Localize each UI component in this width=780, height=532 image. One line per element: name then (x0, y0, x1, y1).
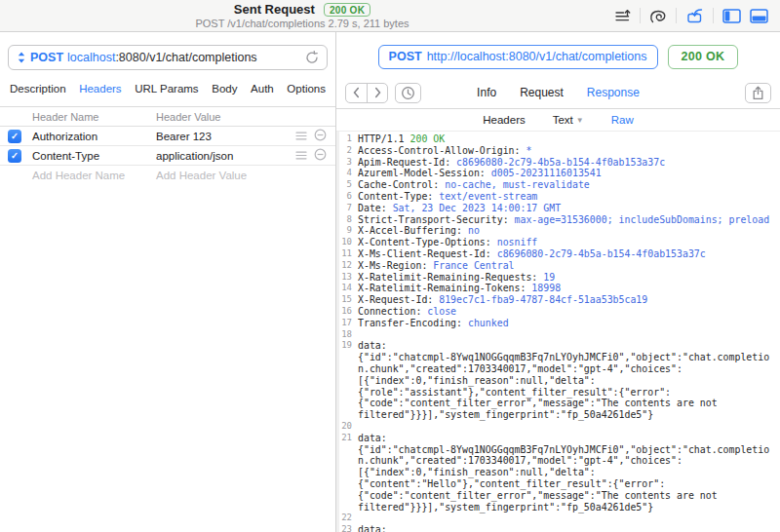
sort-lines-icon[interactable] (615, 10, 631, 22)
request-url-field[interactable]: POST localhost:8080/v1/chat/completions (8, 45, 328, 70)
request-tabs: DescriptionHeadersURL ParamsBodyAuthOpti… (0, 70, 335, 107)
code-line: filtered"}}}],"system_fingerprint":"fp_5… (339, 409, 780, 421)
code-line: 21data: (339, 433, 780, 444)
response-pane: POST http://localhost:8080/v1/chat/compl… (336, 32, 780, 532)
code-line: 9X-Accel-Buffering: no (339, 225, 780, 237)
header-value-cell[interactable]: application/json (156, 150, 295, 162)
line-number (339, 398, 358, 409)
request-summary: POST /v1/chat/completions 2.79 s, 211 by… (195, 18, 409, 29)
tab-description[interactable]: Description (10, 83, 66, 95)
line-number: 4 (339, 168, 358, 179)
remove-header-icon[interactable] (314, 148, 327, 163)
code-line: [{"index":0,"finish_reason":null,"delta"… (339, 375, 780, 387)
line-number: 14 (339, 283, 358, 294)
code-line: 19data: (339, 340, 780, 352)
response-tabs: InfoRequestResponse (477, 86, 640, 99)
share-button[interactable] (745, 83, 771, 103)
tab-auth[interactable]: Auth (251, 83, 274, 95)
sent-request-url-button[interactable]: POST http://localhost:8080/v1/chat/compl… (378, 45, 658, 69)
table-row: ✓AuthorizationBearer 123 (0, 127, 335, 146)
code-line: [{"index":0,"finish_reason":null,"delta"… (339, 467, 780, 478)
layout-left-panel-icon[interactable] (722, 9, 741, 23)
response-status-button[interactable]: 200 OK (668, 45, 739, 69)
layout-bottom-panel-icon[interactable] (750, 9, 768, 23)
code-line: 18 (339, 329, 780, 341)
line-number (339, 490, 358, 502)
line-number: 17 (339, 318, 358, 329)
code-line: 3Apim-Request-Id: c8696080-2c79-4b5a-b15… (339, 157, 780, 169)
header-enabled-checkbox[interactable]: ✓ (8, 149, 21, 163)
subtab-headers[interactable]: Headers (483, 114, 525, 126)
code-line: 11X-Ms-Client-Request-Id: c8696080-2c79-… (339, 248, 780, 260)
line-number: 22 (339, 513, 358, 524)
code-line: {"role":"assistant"},"content_filter_res… (339, 387, 780, 399)
header-table: ✓AuthorizationBearer 123✓Content-Typeapp… (0, 127, 335, 166)
response-subtabs: HeadersText▼Raw (336, 109, 780, 132)
reorder-icon[interactable] (295, 131, 307, 142)
line-number: 2 (339, 145, 358, 157)
toolbar-separator (640, 8, 641, 23)
header-table-columns: Header Name Header Value (0, 107, 335, 127)
resend-icon[interactable] (305, 51, 319, 64)
header-name-cell[interactable]: Authorization (32, 131, 156, 142)
code-line: 20 (339, 421, 780, 433)
lasso-icon[interactable] (649, 9, 667, 23)
back-button[interactable] (346, 84, 367, 102)
line-number (339, 409, 358, 421)
status-badge: 200 OK (324, 3, 370, 17)
forward-button[interactable] (367, 84, 387, 102)
line-number: 13 (339, 272, 358, 284)
code-line: 23data: (339, 524, 780, 532)
add-header-value-input[interactable]: Add Header Value (156, 170, 335, 181)
code-line: {"id":"chatcmpl-8Ywq1NOGGqqmB3Fq7nLYOyhJ… (339, 444, 780, 456)
header-value-cell[interactable]: Bearer 123 (156, 131, 295, 142)
code-line: {"content":"Hello"},"content_filter_resu… (339, 478, 780, 490)
response-raw-view[interactable]: 1HTTP/1.1 200 OK2Access-Control-Allow-Or… (336, 132, 780, 532)
remove-header-icon[interactable] (314, 129, 327, 143)
tab-url-params[interactable]: URL Params (135, 83, 198, 95)
subtab-raw[interactable]: Raw (611, 114, 634, 126)
tab-request[interactable]: Request (520, 86, 564, 99)
add-header-name-input[interactable]: Add Header Name (32, 170, 156, 181)
sent-request-url: http://localhost:8080/v1/chat/completion… (427, 50, 647, 63)
response-top-row: POST http://localhost:8080/v1/chat/compl… (336, 32, 780, 77)
response-nav-row: InfoRequestResponse (336, 77, 780, 109)
code-line: 22 (339, 513, 780, 524)
sent-request-method: POST (389, 50, 422, 63)
code-line: 6Content-Type: text/event-stream (339, 191, 780, 203)
history-nav-group (345, 83, 388, 103)
tab-body[interactable]: Body (212, 83, 237, 95)
tab-options[interactable]: Options (287, 83, 326, 95)
request-method[interactable]: POST (30, 51, 63, 64)
subtab-text[interactable]: Text▼ (553, 114, 584, 126)
code-line: 7Date: Sat, 23 Dec 2023 14:00:17 GMT (339, 203, 780, 214)
import-response-icon[interactable] (685, 8, 704, 23)
tab-info[interactable]: Info (477, 86, 496, 99)
request-pane: POST localhost:8080/v1/chat/completions … (0, 32, 336, 532)
column-header-name: Header Name (32, 111, 156, 123)
code-line: n.chunk","created":1703340017,"model":"g… (339, 455, 780, 467)
line-number (339, 502, 358, 513)
code-line: 5Cache-Control: no-cache, must-revalidat… (339, 179, 780, 191)
line-number: 20 (339, 421, 358, 433)
tab-response[interactable]: Response (587, 86, 640, 99)
history-button[interactable] (395, 83, 421, 103)
line-number: 7 (339, 203, 358, 214)
header-enabled-checkbox[interactable]: ✓ (8, 130, 21, 143)
tab-headers[interactable]: Headers (79, 83, 121, 95)
code-line: 13X-Ratelimit-Remaining-Requests: 19 (339, 272, 780, 284)
reorder-icon[interactable] (295, 150, 307, 162)
header-name-cell[interactable]: Content-Type (32, 150, 156, 162)
line-number: 18 (339, 329, 358, 341)
add-header-row[interactable]: Add Header Name Add Header Value (0, 166, 335, 185)
method-dropdown-icon[interactable] (17, 52, 26, 63)
code-line: 1HTTP/1.1 200 OK (339, 133, 780, 145)
line-number: 10 (339, 237, 358, 248)
code-line: 12X-Ms-Region: France Central (339, 260, 780, 272)
request-url[interactable]: localhost:8080/v1/chat/completions (67, 51, 257, 64)
line-number (339, 352, 358, 363)
code-line: 15X-Request-Id: 819ec7c1-fba9-4787-84cf-… (339, 294, 780, 306)
line-number (339, 467, 358, 478)
line-number: 8 (339, 214, 358, 226)
code-line: 16Connection: close (339, 306, 780, 318)
